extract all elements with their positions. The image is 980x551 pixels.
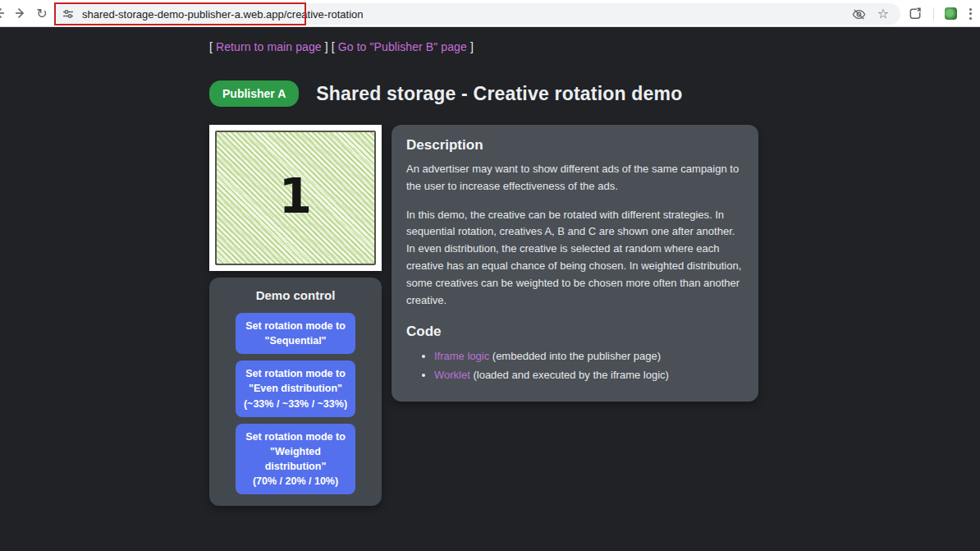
forward-arrow-icon xyxy=(14,7,27,20)
back-arrow-icon xyxy=(0,7,6,20)
list-item-note: (loaded and executed by the iframe logic… xyxy=(470,369,669,381)
page-header: Publisher A Shared storage - Creative ro… xyxy=(209,80,980,107)
browser-toolbar: ↻ shared-storage-demo-publisher-a.web.ap… xyxy=(0,0,980,27)
list-item: Worklet (loaded and executed by the ifra… xyxy=(434,366,744,385)
worklet-link[interactable]: Worklet xyxy=(434,369,470,381)
hide-eye-icon[interactable] xyxy=(852,7,866,21)
bracket: ] xyxy=(470,40,474,53)
button-line: Set rotation mode to xyxy=(240,319,350,333)
url-text[interactable]: shared-storage-demo-publisher-a.web.app/… xyxy=(82,8,852,21)
page-nav: [Return to main page] [Go to "Publisher … xyxy=(209,40,980,53)
button-line: "Sequential" xyxy=(240,333,350,348)
creative-ad: 1 xyxy=(215,131,376,265)
description-heading: Description xyxy=(406,137,744,154)
forward-button[interactable] xyxy=(10,2,31,24)
sequential-mode-button[interactable]: Set rotation mode to "Sequential" xyxy=(236,313,355,354)
creative-number: 1 xyxy=(279,172,312,220)
bookmark-star-icon[interactable]: ☆ xyxy=(877,7,889,21)
extension-icon[interactable] xyxy=(945,7,957,20)
button-line: "Even distribution" xyxy=(240,381,350,396)
reload-icon: ↻ xyxy=(36,6,47,21)
demo-control-title: Demo control xyxy=(209,288,382,302)
side-panel-icon[interactable] xyxy=(909,7,923,21)
toolbar-separator xyxy=(933,7,934,21)
address-bar[interactable]: shared-storage-demo-publisher-a.web.app/… xyxy=(54,3,900,25)
code-heading: Code xyxy=(406,324,744,340)
description-paragraph: In this demo, the creative can be rotate… xyxy=(406,207,744,310)
description-card: Description An advertiser may want to sh… xyxy=(392,125,758,402)
browser-menu-icon[interactable] xyxy=(968,7,973,21)
button-line: (~33% / ~33% / ~33%) xyxy=(240,397,350,411)
bracket: [ xyxy=(332,40,335,53)
button-line: Set rotation mode to xyxy=(240,366,350,381)
weighted-distribution-mode-button[interactable]: Set rotation mode to "Weighted distribut… xyxy=(236,424,355,495)
button-line: "Weighted distribution" xyxy=(240,444,350,474)
site-settings-icon[interactable] xyxy=(62,8,74,20)
bracket: ] xyxy=(325,40,328,53)
publisher-b-page-link[interactable]: Go to "Publisher B" page xyxy=(338,40,467,53)
bracket: [ xyxy=(209,40,213,53)
list-item: Iframe logic (embedded into the publishe… xyxy=(434,347,744,366)
list-item-note: (embedded into the publisher page) xyxy=(489,350,661,362)
publisher-badge: Publisher A xyxy=(209,80,299,107)
button-line: Set rotation mode to xyxy=(240,429,350,444)
iframe-logic-link[interactable]: Iframe logic xyxy=(434,350,489,362)
button-line: (70% / 20% / 10%) xyxy=(240,474,350,489)
creative-ad-frame: 1 xyxy=(209,125,382,271)
description-paragraph: An advertiser may want to show different… xyxy=(406,161,744,195)
page-body: [Return to main page] [Go to "Publisher … xyxy=(0,27,980,550)
code-links-list: Iframe logic (embedded into the publishe… xyxy=(406,347,744,385)
back-button[interactable] xyxy=(0,2,10,24)
even-distribution-mode-button[interactable]: Set rotation mode to "Even distribution"… xyxy=(236,360,355,416)
demo-control-panel: Demo control Set rotation mode to "Seque… xyxy=(209,278,382,506)
page-title: Shared storage - Creative rotation demo xyxy=(316,83,682,105)
reload-button[interactable]: ↻ xyxy=(31,2,53,24)
return-main-page-link[interactable]: Return to main page xyxy=(216,40,322,53)
